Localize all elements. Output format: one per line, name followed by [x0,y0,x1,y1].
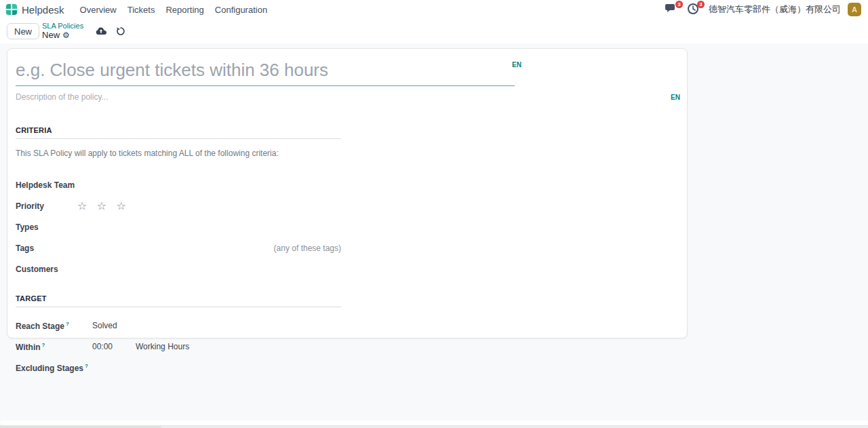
within-row: Within? 00:00 Working Hours [16,341,341,353]
breadcrumb: SLA Policies New ⚙ [42,22,83,39]
reach-stage-label: Reach Stage? [16,321,77,331]
types-field[interactable] [77,222,341,233]
policy-description-input[interactable] [16,92,671,102]
discard-undo-icon[interactable] [116,26,125,36]
priority-stars-widget[interactable]: ☆ ☆ ☆ [77,201,130,212]
breadcrumb-current: New [42,31,60,40]
user-avatar[interactable]: A [848,3,861,16]
menu-tickets[interactable]: Tickets [122,2,161,18]
activities-button[interactable]: 3 [687,3,702,16]
menu-overview[interactable]: Overview [75,2,122,18]
main-menu: Overview Tickets Reporting Configuration [75,2,273,18]
reach-stage-row: Reach Stage? Solved [16,319,341,332]
customers-row: Customers [16,263,341,275]
horizontal-scrollbar[interactable] [0,425,868,428]
criteria-intro-text: This SLA Policy will apply to tickets ma… [16,149,422,158]
top-navbar: Helpdesk Overview Tickets Reporting Conf… [0,0,868,19]
action-area: EN EN CRITERIA This SLA Policy will appl… [0,43,868,421]
messages-badge: 3 [675,1,683,8]
control-panel: New SLA Policies New ⚙ [0,19,868,43]
within-unit-label: Working Hours [136,342,189,351]
helpdesk-team-row: Helpdesk Team [16,179,341,191]
app-switcher[interactable]: Helpdesk [5,3,64,16]
save-cloud-icon[interactable] [96,27,106,35]
within-hours-input[interactable]: 00:00 [92,342,117,351]
priority-label: Priority [16,201,77,211]
app-name[interactable]: Helpdesk [22,4,64,16]
excluding-stages-label: Excluding Stages? [16,363,88,373]
title-language-badge[interactable]: EN [512,61,521,69]
customers-label: Customers [16,265,77,274]
help-icon: ? [66,321,69,327]
types-row: Types [16,221,341,233]
new-button[interactable]: New [7,23,39,39]
within-label: Within? [16,342,77,352]
tags-note: (any of these tags) [274,244,341,253]
criteria-heading: CRITERIA [16,126,341,134]
company-switcher[interactable]: 德智汽车零部件（威海）有限公司 [709,3,841,16]
tags-label: Tags [16,244,77,253]
menu-configuration[interactable]: Configuration [210,2,273,18]
content-bottom-edge [0,421,868,425]
tags-row: Tags (any of these tags) [16,242,341,254]
excluding-stages-row: Excluding Stages? [16,362,341,374]
helpdesk-team-field[interactable] [77,180,341,191]
reach-stage-value[interactable]: Solved [92,321,117,330]
tags-field[interactable] [77,243,274,254]
target-divider [16,307,341,307]
activities-badge: 3 [697,1,705,8]
customers-field[interactable] [77,264,341,275]
help-icon: ? [42,342,45,348]
types-label: Types [16,222,77,232]
navbar-systray: 3 3 德智汽车零部件（威海）有限公司 A [665,3,861,16]
messages-button[interactable]: 3 [665,3,680,16]
helpdesk-app-icon [5,3,18,16]
actions-gear-icon[interactable]: ⚙ [62,31,70,39]
menu-reporting[interactable]: Reporting [160,2,209,18]
priority-row: Priority ☆ ☆ ☆ [16,200,341,212]
target-heading: TARGET [16,294,341,303]
criteria-divider [16,138,341,139]
description-language-badge[interactable]: EN [671,94,680,101]
helpdesk-team-label: Helpdesk Team [16,180,77,190]
sla-policy-form: EN EN CRITERIA This SLA Policy will appl… [7,48,688,338]
excluding-stages-field[interactable] [88,362,341,373]
policy-name-input[interactable] [16,60,515,86]
